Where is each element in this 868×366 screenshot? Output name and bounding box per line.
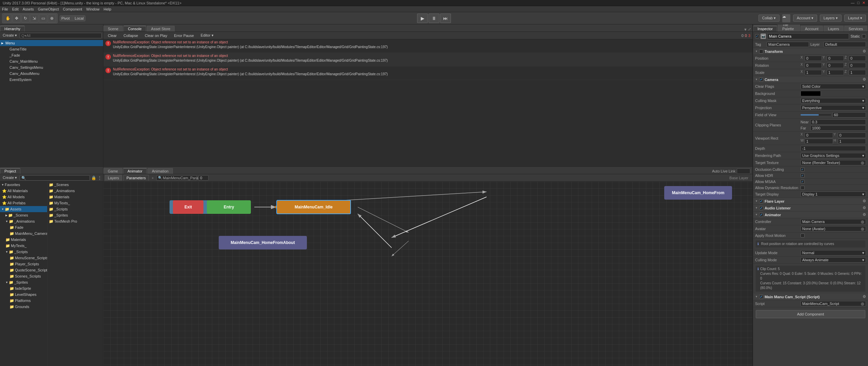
tab-animation[interactable]: Animation	[147, 168, 173, 174]
play-button[interactable]: ▶	[417, 14, 428, 23]
account-btn[interactable]: Account ▾	[793, 15, 817, 22]
flare-settings-icon[interactable]: ⚙	[863, 199, 866, 203]
menu-gameobject[interactable]: GameObject	[38, 7, 59, 11]
rotation-x[interactable]: 0	[805, 63, 822, 68]
console-collapse-btn[interactable]: Collapse	[121, 33, 140, 38]
assets-root[interactable]: ▼ 📁 Assets	[0, 206, 47, 212]
viewport-h[interactable]: 1	[838, 139, 866, 144]
script-header[interactable]: ▼ ✓ Main Manu Cam_Script (Script) ⚙	[753, 293, 868, 300]
position-y[interactable]: 0	[827, 56, 844, 61]
scale-x[interactable]: 1	[805, 70, 822, 75]
asset-grounds[interactable]: 📁 Grounds	[0, 304, 47, 310]
target-texture-value[interactable]: None (Render Texture)◎	[801, 160, 866, 165]
content-textmesh[interactable]: 📁 TextMesh Pro	[47, 218, 103, 224]
viewport-x[interactable]: 0	[805, 133, 833, 138]
rotate-tool[interactable]: ↻	[21, 14, 29, 22]
assets-lock-btn[interactable]: 🔒	[91, 176, 96, 180]
layer-value[interactable]: Default	[824, 42, 866, 47]
animator-comp-header[interactable]: ▼ ✓ Animator ⚙	[753, 211, 868, 218]
tree-item-eventsystem[interactable]: EventSystem	[0, 77, 103, 83]
camera-settings-icon[interactable]: ⚙	[863, 77, 866, 81]
minimize-btn[interactable]: —	[851, 1, 854, 5]
tree-item-menu[interactable]: ▶Menu	[0, 40, 103, 46]
menu-window[interactable]: Window	[86, 7, 99, 11]
move-tool[interactable]: ✥	[13, 14, 21, 22]
asset-mytexts[interactable]: 📁 MyTexts_	[0, 243, 47, 249]
asset-fadesprite[interactable]: 📁 fadeSprte	[0, 285, 47, 291]
console-error-3[interactable]: ! NullReferenceException: Object referen…	[103, 66, 752, 80]
audio-enabled[interactable]: ✓	[759, 206, 763, 210]
projection-value[interactable]: Perspective▾	[801, 105, 866, 110]
tree-item-fade[interactable]: _Fade	[0, 52, 103, 58]
asset-scenes-scripts[interactable]: 📁 Scenes_Scripts	[0, 273, 47, 279]
near-value[interactable]: 0.3	[810, 119, 866, 125]
asset-menu-scripts[interactable]: 📁 MenuScene_Scripts	[0, 255, 47, 261]
asset-sprites[interactable]: ▼ 📁 _Sprites	[0, 279, 47, 285]
script-settings-icon[interactable]: ⚙	[863, 294, 866, 299]
state-node-idle[interactable]: MainMenuCam_Idle	[276, 200, 351, 214]
tab-services[interactable]: Services	[844, 26, 867, 32]
favorites-header[interactable]: ▼ Favorites	[0, 182, 47, 188]
asset-fade[interactable]: 📁 Fade	[0, 224, 47, 230]
tab-account[interactable]: Account	[801, 26, 823, 32]
menu-component[interactable]: Component	[63, 7, 82, 11]
tab-inspector[interactable]: Inspector	[753, 26, 777, 32]
asset-animations[interactable]: ▼ 📁 _Animations	[0, 218, 47, 224]
tab-game[interactable]: Game	[103, 168, 122, 174]
flare-enabled[interactable]: ✓	[759, 199, 763, 203]
asset-mainmenu-cam[interactable]: 📁 MainMenu_Camera	[0, 230, 47, 237]
animator-settings-icon[interactable]: ⚙	[863, 212, 866, 217]
animator-comp-enabled[interactable]: ✓	[759, 213, 763, 217]
maximize-btn[interactable]: □	[857, 1, 860, 5]
flare-header[interactable]: ▼ ✓ Flare Layer ⚙	[753, 198, 868, 205]
assets-view-btn[interactable]: ⋮	[98, 176, 102, 180]
tab-animator[interactable]: Animator	[123, 168, 147, 174]
fov-value[interactable]: 60	[832, 112, 866, 118]
transform-header[interactable]: ▼ Transform ⚙	[753, 48, 868, 55]
add-param-btn[interactable]: +	[150, 176, 155, 180]
tab-project[interactable]: Project	[0, 168, 20, 174]
asset-scripts[interactable]: ▼ 📁 _Scripts	[0, 249, 47, 255]
content-materials[interactable]: 📁 Materials	[47, 194, 103, 200]
avatar-value[interactable]: None (Avatar)◎	[801, 226, 866, 231]
transform-settings-icon[interactable]: ⚙	[863, 49, 866, 54]
tree-item-settings[interactable]: Canv_SettingsMenu	[0, 64, 103, 70]
position-x[interactable]: 0	[805, 56, 822, 61]
step-button[interactable]: ⏭	[440, 14, 451, 23]
viewport-y[interactable]: 0	[838, 133, 866, 138]
culling-mask-value[interactable]: Everything▾	[801, 98, 866, 103]
assets-search[interactable]	[20, 175, 90, 181]
asset-all-prefabs[interactable]: ⭐ All Prefabs	[0, 200, 47, 206]
script-enabled[interactable]: ✓	[759, 295, 763, 299]
clear-flags-value[interactable]: Solid Color▾	[801, 84, 866, 89]
tab-layers[interactable]: Layers	[824, 26, 844, 32]
scale-tool[interactable]: ⇲	[30, 14, 38, 22]
tree-item-mainmenu[interactable]: Canv_MainMenu	[0, 58, 103, 64]
tree-item-about[interactable]: Canv_AboutMenu	[0, 70, 103, 77]
collapse-icon[interactable]: ▼	[744, 27, 747, 32]
obj-name-field[interactable]	[767, 33, 849, 39]
far-value[interactable]: 1000	[810, 125, 866, 131]
state-node-exit[interactable]: Exit	[173, 200, 203, 214]
close-btn[interactable]: ✕	[862, 1, 865, 5]
camera-header[interactable]: ▼ ✓ Camera ⚙	[753, 76, 868, 83]
allow-msaa-check[interactable]: ✓	[801, 180, 805, 184]
scale-y[interactable]: 1	[827, 70, 844, 75]
add-component-btn[interactable]: Add Component	[756, 310, 865, 318]
obj-enabled-check[interactable]: ✓	[755, 34, 759, 38]
script-value[interactable]: MainMenuCam_Script◎	[801, 301, 866, 306]
menu-help[interactable]: Help	[103, 7, 111, 11]
content-scripts[interactable]: 📁 _Scripts	[47, 206, 103, 212]
all-tool[interactable]: ⊕	[48, 14, 56, 22]
console-error-1[interactable]: ! NullReferenceException: Object referen…	[103, 39, 752, 53]
rotation-y[interactable]: 0	[827, 63, 844, 68]
layout-btn[interactable]: Layout ▾	[844, 15, 866, 22]
asset-quote-scripts[interactable]: 📁 QuoteScene_Scripts	[0, 267, 47, 273]
hierarchy-create-btn[interactable]: Create ▾	[1, 33, 18, 38]
menu-file[interactable]: File	[2, 7, 8, 11]
state-node-home[interactable]: MainMenuCam_HomeFrom	[664, 186, 732, 200]
audio-header[interactable]: ▼ ✓ Audio Listener ⚙	[753, 205, 868, 211]
fov-slider[interactable]	[801, 114, 831, 116]
assets-create-btn[interactable]: Create ▾	[1, 175, 18, 180]
viewport-w[interactable]: 1	[805, 139, 833, 144]
